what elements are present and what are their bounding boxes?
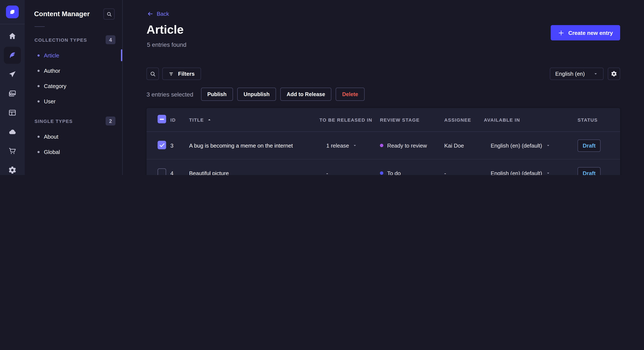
available-in-label: English (en) (default) — [491, 142, 542, 149]
selection-count: 3 entries selected — [146, 91, 193, 98]
review-stage-label: To do — [387, 170, 401, 175]
search-icon — [150, 71, 156, 77]
bullet-icon — [38, 151, 40, 153]
entries-table: ID TITLE TO BE RELEASED IN REVIEW STAGE … — [146, 108, 620, 175]
arrow-left-icon — [147, 11, 153, 17]
column-header-title[interactable]: TITLE — [189, 117, 320, 122]
back-link[interactable]: Back — [147, 11, 169, 17]
sidebar: Content Manager COLLECTION TYPES4Article… — [25, 0, 123, 175]
locale-select[interactable]: English (en) — [550, 68, 604, 80]
sidebar-item-label: Category — [44, 83, 66, 89]
sidebar-search-button[interactable] — [104, 8, 114, 19]
back-label: Back — [157, 11, 169, 17]
available-in-label: English (en) (default) — [491, 170, 542, 175]
page-title: Article — [146, 23, 184, 37]
plus-icon — [558, 29, 564, 36]
view-settings-button[interactable] — [608, 68, 620, 80]
nav-section: COLLECTION TYPES4ArticleAuthorCategoryUs… — [25, 32, 122, 109]
column-header-id[interactable]: ID — [170, 117, 189, 122]
cell-assignee: Kai Doe — [444, 142, 484, 149]
sidebar-item-label: Article — [44, 52, 59, 58]
gear-icon — [611, 71, 617, 77]
strapi-logo-icon — [9, 8, 16, 15]
column-header-available-in[interactable]: AVAILABLE IN — [484, 117, 578, 122]
content-type-builder-icon[interactable] — [4, 104, 21, 121]
cell-release[interactable]: 1 release — [320, 142, 380, 149]
cell-title: A bug is becoming a meme on the internet — [189, 142, 320, 149]
create-button-label: Create new entry — [568, 29, 613, 36]
app-window: KD Content Manager COLLECTION TYPES4Arti… — [0, 0, 644, 175]
publish-button[interactable]: Publish — [201, 88, 233, 101]
logo-box — [0, 0, 25, 24]
marketplace-cart-icon[interactable] — [4, 143, 21, 160]
icon-rail: KD — [0, 0, 25, 175]
cell-id: 3 — [170, 142, 189, 149]
main-content: Back Article 5 entries found Create new … — [123, 0, 644, 175]
chevron-down-icon[interactable] — [546, 171, 550, 175]
table-row[interactable]: 3A bug is becoming a meme on the interne… — [146, 132, 620, 160]
section-count-badge: 2 — [106, 117, 116, 126]
cloud-icon[interactable] — [4, 123, 21, 140]
select-all-checkbox[interactable] — [158, 115, 166, 123]
cell-title: Beautiful picture — [189, 170, 320, 175]
cell-status: Draft — [578, 139, 620, 152]
sidebar-item-user[interactable]: User — [25, 94, 122, 109]
chevron-down-icon[interactable] — [353, 143, 357, 148]
column-header-review-stage[interactable]: REVIEW STAGE — [380, 117, 444, 122]
column-header-status[interactable]: STATUS — [578, 117, 620, 122]
table-row[interactable]: 4Beautiful picture-To do-English (en) (d… — [146, 160, 620, 175]
cell-assignee: - — [444, 170, 484, 175]
review-stage-dot-icon — [380, 144, 383, 147]
cell-available-in[interactable]: English (en) (default) — [484, 142, 578, 149]
column-header-assignee[interactable]: ASSIGNEE — [444, 117, 484, 122]
settings-gear-icon[interactable] — [4, 162, 21, 175]
filters-button[interactable]: Filters — [162, 68, 201, 80]
bullet-icon — [38, 100, 40, 102]
strapi-logo[interactable] — [6, 5, 19, 18]
sidebar-title: Content Manager — [34, 10, 90, 18]
create-new-entry-button[interactable]: Create new entry — [551, 25, 620, 40]
home-icon[interactable] — [4, 28, 21, 45]
nav-section: SINGLE TYPES2AboutGlobal — [25, 113, 122, 160]
row-checkbox[interactable] — [158, 141, 166, 149]
column-header-title-label: TITLE — [189, 117, 204, 122]
sidebar-item-label: About — [44, 133, 58, 140]
section-label: COLLECTION TYPES — [34, 37, 87, 42]
content-manager-icon[interactable] — [4, 47, 21, 64]
sidebar-item-global[interactable]: Global — [25, 144, 122, 160]
locale-value: English (en) — [555, 71, 585, 77]
sidebar-item-article[interactable]: Article — [25, 48, 122, 63]
cell-review-stage: To do — [380, 170, 444, 175]
add-to-release-button[interactable]: Add to Release — [280, 88, 332, 101]
column-header-to-be-released-in[interactable]: TO BE RELEASED IN — [320, 117, 380, 122]
divider — [34, 26, 45, 27]
search-icon — [106, 11, 112, 17]
bullet-icon — [38, 54, 40, 56]
filter-icon — [169, 71, 175, 77]
cell-available-in[interactable]: English (en) (default) — [484, 170, 578, 175]
section-label: SINGLE TYPES — [34, 118, 72, 124]
sidebar-item-label: User — [44, 98, 56, 104]
status-badge: Draft — [578, 167, 601, 175]
review-stage-label: Ready to review — [387, 142, 427, 149]
sidebar-item-category[interactable]: Category — [25, 78, 122, 94]
sidebar-item-label: Global — [44, 149, 60, 155]
media-library-icon[interactable] — [4, 85, 21, 102]
unpublish-button[interactable]: Unpublish — [237, 88, 276, 101]
bullet-icon — [38, 136, 40, 138]
table-search-button[interactable] — [146, 68, 159, 80]
row-checkbox[interactable] — [158, 168, 166, 175]
release-label: 1 release — [326, 142, 349, 149]
sidebar-item-about[interactable]: About — [25, 129, 122, 144]
table-header-row: ID TITLE TO BE RELEASED IN REVIEW STAGE … — [146, 108, 620, 132]
bullet-icon — [38, 85, 40, 87]
cell-release: - — [320, 170, 380, 175]
sidebar-item-author[interactable]: Author — [25, 63, 122, 78]
sort-asc-icon — [207, 117, 212, 122]
cell-id: 4 — [170, 170, 189, 175]
sidebar-item-label: Author — [44, 67, 60, 74]
chevron-down-icon[interactable] — [546, 143, 550, 148]
delete-button[interactable]: Delete — [336, 88, 364, 101]
send-icon[interactable] — [4, 66, 21, 83]
entries-count: 5 entries found — [147, 41, 186, 48]
